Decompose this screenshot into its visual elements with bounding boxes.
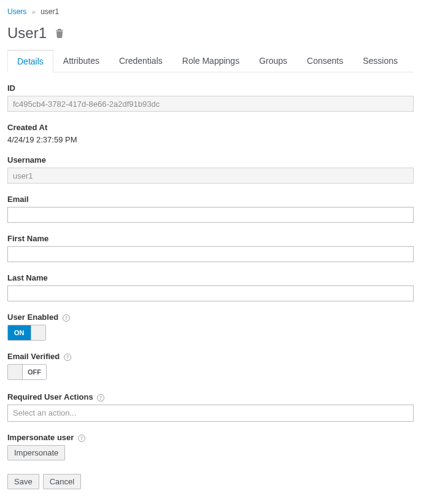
tab-attributes[interactable]: Attributes (53, 50, 109, 72)
label-text-impersonate: Impersonate user (7, 433, 74, 442)
toggle-handle (8, 365, 23, 379)
input-username (7, 168, 414, 184)
label-email: Email (7, 195, 414, 204)
field-username: Username (7, 155, 414, 184)
label-first-name: First Name (7, 234, 414, 243)
page-title: User1 (7, 25, 47, 42)
field-email-verified: Email Verified ? OFF (7, 352, 414, 381)
toggle-email-verified[interactable]: OFF (7, 364, 47, 380)
help-icon[interactable]: ? (63, 314, 70, 322)
impersonate-button[interactable]: Impersonate (7, 445, 65, 460)
toggle-off-label: OFF (23, 365, 46, 379)
footer-buttons: Save Cancel (7, 474, 414, 489)
breadcrumb-users-link[interactable]: Users (7, 7, 26, 16)
svg-text:?: ? (80, 436, 83, 441)
breadcrumb-current: user1 (41, 7, 59, 16)
input-id (7, 96, 414, 112)
svg-text:?: ? (65, 316, 68, 321)
label-text-user-enabled: User Enabled (7, 312, 58, 322)
breadcrumb: Users » user1 (7, 7, 414, 16)
label-required-actions: Required User Actions ? (7, 392, 414, 401)
toggle-on-label: ON (8, 325, 31, 340)
field-user-enabled: User Enabled ? ON (7, 312, 414, 341)
tab-consents[interactable]: Consents (297, 50, 353, 72)
field-created-at: Created At 4/24/19 2:37:59 PM (7, 123, 414, 144)
label-email-verified: Email Verified ? (7, 352, 414, 361)
help-icon[interactable]: ? (64, 354, 71, 361)
label-created-at: Created At (7, 123, 414, 132)
label-id: ID (7, 83, 414, 93)
toggle-user-enabled[interactable]: ON (7, 325, 46, 341)
label-username: Username (7, 155, 414, 165)
field-last-name: Last Name (7, 273, 414, 301)
toggle-handle (31, 325, 45, 340)
help-icon[interactable]: ? (78, 435, 85, 442)
tab-details[interactable]: Details (7, 50, 53, 72)
value-created-at: 4/24/19 2:37:59 PM (7, 135, 414, 144)
help-icon[interactable]: ? (97, 394, 104, 401)
input-last-name[interactable] (7, 285, 414, 301)
field-id: ID (7, 83, 414, 112)
tab-groups[interactable]: Groups (249, 50, 297, 72)
label-user-enabled: User Enabled ? (7, 312, 414, 322)
field-impersonate: Impersonate user ? Impersonate (7, 433, 414, 460)
select-required-actions[interactable]: Select an action... (7, 405, 414, 422)
field-required-actions: Required User Actions ? Select an action… (7, 392, 414, 422)
tab-sessions[interactable]: Sessions (353, 50, 407, 72)
svg-text:?: ? (66, 355, 69, 360)
user-form: ID Created At 4/24/19 2:37:59 PM Usernam… (7, 83, 414, 489)
delete-user-icon[interactable] (55, 28, 64, 38)
cancel-button[interactable]: Cancel (43, 474, 81, 489)
label-last-name: Last Name (7, 273, 414, 282)
label-text-email-verified: Email Verified (7, 352, 60, 361)
tab-credentials[interactable]: Credentials (109, 50, 172, 72)
page-header: User1 (7, 25, 414, 42)
svg-text:?: ? (99, 395, 102, 401)
tab-role-mappings[interactable]: Role Mappings (172, 50, 249, 72)
input-email[interactable] (7, 207, 414, 223)
field-email: Email (7, 195, 414, 223)
input-first-name[interactable] (7, 246, 414, 262)
tabs: Details Attributes Credentials Role Mapp… (7, 49, 414, 72)
field-first-name: First Name (7, 234, 414, 262)
breadcrumb-separator: » (32, 8, 36, 15)
save-button[interactable]: Save (7, 474, 39, 489)
label-impersonate: Impersonate user ? (7, 433, 414, 442)
label-text-required-actions: Required User Actions (7, 392, 93, 401)
